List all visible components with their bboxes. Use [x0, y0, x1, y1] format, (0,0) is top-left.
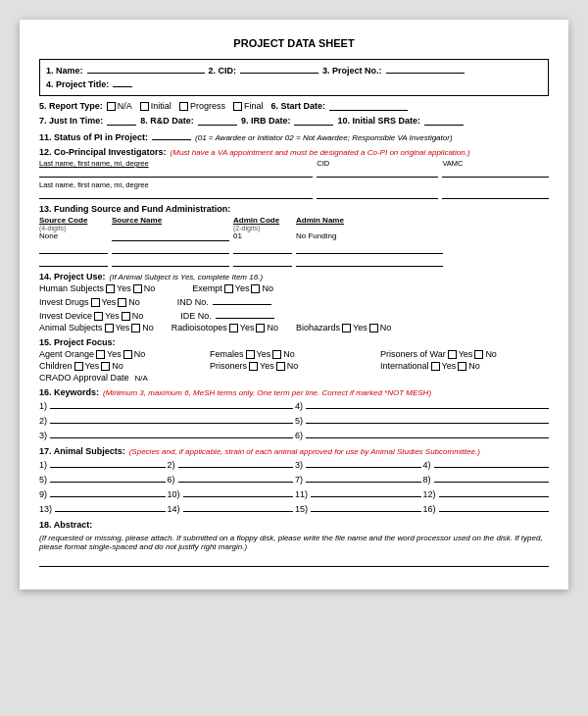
co-pi-name-field-1[interactable] — [39, 168, 313, 178]
funding-code-field-2[interactable] — [39, 244, 108, 254]
pr-no[interactable] — [276, 362, 285, 371]
ao-no[interactable] — [123, 350, 132, 359]
animal-16-field[interactable] — [439, 502, 549, 512]
pow-yes[interactable] — [448, 350, 457, 359]
animal-3-field[interactable] — [306, 458, 420, 468]
animal-9-field[interactable] — [50, 487, 165, 497]
label-just-in-time: 7. Just In Time: — [39, 116, 103, 126]
funding-admin-name-field-2[interactable] — [296, 244, 443, 254]
co-pi-vamc-field-1[interactable] — [442, 168, 549, 178]
keyword-3-field[interactable] — [50, 429, 293, 438]
animal-10-field[interactable] — [183, 487, 293, 497]
abstract-field[interactable] — [39, 555, 549, 567]
exempt-yes[interactable] — [224, 284, 233, 293]
pr-no-label: No — [287, 361, 299, 371]
ao-yes[interactable] — [96, 350, 105, 359]
keyword-3-row: 3) — [39, 429, 293, 440]
funding-code-field-3[interactable] — [39, 257, 108, 267]
pow-no[interactable] — [474, 350, 483, 359]
initial-checkbox[interactable] — [140, 102, 149, 111]
radio-no[interactable] — [256, 324, 265, 332]
radio-yes-label: Yes — [240, 323, 255, 332]
invest-device-yes[interactable] — [94, 312, 103, 321]
invest-drugs-no[interactable] — [118, 298, 126, 307]
funding-name-field-3[interactable] — [112, 257, 229, 267]
fem-no[interactable] — [272, 350, 281, 359]
project-title-field[interactable] — [113, 77, 132, 87]
exempt-no[interactable] — [251, 284, 260, 293]
funding-admin-name-field-3[interactable] — [296, 257, 443, 267]
animal-13-field[interactable] — [55, 502, 165, 512]
animal-subjects-no[interactable] — [131, 324, 140, 332]
animal-2-field[interactable] — [178, 458, 293, 468]
co-pi-vamc-field-2[interactable] — [442, 189, 549, 199]
animal-7-field[interactable] — [306, 473, 420, 483]
int-no[interactable] — [458, 362, 466, 371]
animal-11-field[interactable] — [311, 487, 420, 497]
label-report-type: 5. Report Type: — [39, 101, 103, 111]
keyword-5-field[interactable] — [306, 414, 549, 424]
just-in-time-field[interactable] — [107, 116, 136, 126]
keyword-1-field[interactable] — [50, 399, 293, 409]
section-14: 14. Project Use: (If Animal Subject is Y… — [39, 272, 549, 332]
animal-12-field[interactable] — [439, 487, 549, 497]
radio-yes[interactable] — [229, 324, 238, 332]
srs-date-field[interactable] — [424, 116, 464, 126]
animal-2-label: 2) — [168, 460, 175, 470]
ch-no-label: No — [112, 361, 123, 371]
fem-yes[interactable] — [246, 350, 255, 359]
animal-15-field[interactable] — [311, 502, 420, 512]
animal-16-label: 16) — [423, 504, 436, 514]
animal-4-field[interactable] — [434, 458, 549, 468]
funding-source-name-field[interactable] — [112, 231, 229, 241]
irb-date-field[interactable] — [294, 116, 333, 126]
final-checkbox[interactable] — [233, 102, 242, 111]
keyword-3-label: 3) — [39, 431, 47, 440]
human-subjects-yes[interactable] — [106, 284, 115, 293]
animal-5-field[interactable] — [50, 473, 165, 483]
start-date-field[interactable] — [329, 101, 408, 111]
co-pi-name-field-2[interactable] — [39, 189, 313, 199]
human-subjects-no[interactable] — [133, 284, 142, 293]
exempt-group: Exempt Yes No — [192, 283, 273, 293]
animal-6-field[interactable] — [178, 473, 293, 483]
pr-yes[interactable] — [249, 362, 258, 371]
animal-14-field[interactable] — [183, 502, 293, 512]
status-pi-field[interactable] — [152, 130, 191, 140]
keyword-2-field[interactable] — [50, 414, 293, 424]
rd-date-field[interactable] — [198, 116, 237, 126]
ch-no[interactable] — [101, 362, 110, 371]
progress-checkbox[interactable] — [179, 102, 188, 111]
animal-8-field[interactable] — [434, 473, 549, 483]
na-checkbox[interactable] — [107, 102, 116, 111]
co-pi-cid-field-2[interactable] — [317, 189, 438, 199]
name-field[interactable] — [87, 64, 205, 74]
cid-field[interactable] — [240, 64, 318, 74]
keyword-6-field[interactable] — [306, 429, 549, 438]
keyword-4-field[interactable] — [306, 399, 549, 409]
ide-no-field[interactable] — [216, 309, 274, 319]
invest-device-group: Invest Device Yes No — [39, 311, 143, 321]
animal-5-row: 5) — [39, 473, 166, 485]
funding-col3-header: Admin Code — [233, 216, 292, 225]
ch-yes[interactable] — [74, 362, 83, 371]
funding-admin-code-field-2[interactable] — [233, 244, 292, 254]
co-pi-cid-field-1[interactable] — [317, 168, 438, 178]
funding-col1-header: Source Code — [39, 216, 108, 225]
invest-device-no[interactable] — [122, 312, 130, 321]
invest-drugs-label: Invest Drugs — [39, 297, 89, 307]
ao-no-label: No — [134, 349, 146, 359]
bio-no[interactable] — [369, 324, 378, 332]
invest-drugs-yes[interactable] — [91, 298, 100, 307]
funding-name-field-2[interactable] — [112, 244, 229, 254]
co-pi-vamc-1: VAMC — [442, 159, 549, 178]
animal-11-label: 11) — [295, 489, 308, 499]
int-yes[interactable] — [431, 362, 440, 371]
animal-subjects-yes[interactable] — [105, 324, 114, 332]
bio-yes[interactable] — [342, 324, 351, 332]
project-no-field[interactable] — [386, 64, 465, 74]
co-pi-note: (Must have a VA appointment and must be … — [171, 148, 470, 157]
ind-no-field[interactable] — [213, 295, 271, 305]
funding-admin-code-field-3[interactable] — [233, 257, 292, 267]
animal-1-field[interactable] — [50, 458, 165, 468]
